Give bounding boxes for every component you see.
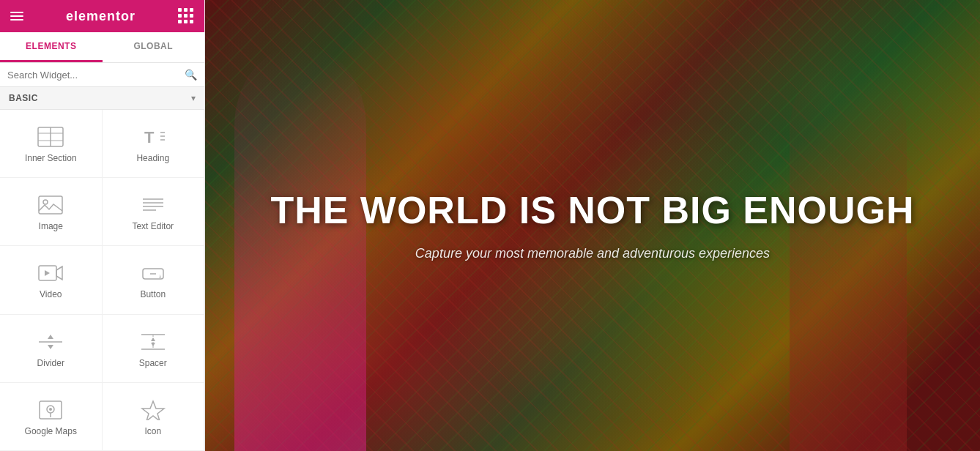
heading-icon: T bbox=[140, 127, 166, 147]
main-heading: THE WORLD IS NOT BIG ENOUGH bbox=[270, 190, 914, 231]
main-canvas: THE WORLD IS NOT BIG ENOUGH Capture your… bbox=[205, 0, 980, 451]
widget-google-maps-label: Google Maps bbox=[25, 426, 77, 436]
svg-text:T: T bbox=[144, 128, 155, 146]
widget-heading[interactable]: T Heading bbox=[103, 110, 205, 178]
video-icon bbox=[37, 263, 64, 283]
widget-spacer[interactable]: Spacer bbox=[103, 315, 205, 383]
button-icon bbox=[140, 263, 166, 283]
widget-image[interactable]: Image bbox=[0, 178, 103, 246]
canvas-background: THE WORLD IS NOT BIG ENOUGH Capture your… bbox=[205, 0, 980, 451]
image-icon bbox=[37, 195, 64, 215]
google-maps-icon bbox=[37, 400, 64, 420]
hamburger-menu-button[interactable] bbox=[10, 12, 23, 20]
widget-text-editor-label: Text Editor bbox=[132, 221, 174, 231]
svg-marker-22 bbox=[48, 345, 53, 349]
svg-marker-26 bbox=[151, 338, 155, 341]
widget-google-maps[interactable]: Google Maps bbox=[0, 383, 103, 451]
tab-global[interactable]: GLOBAL bbox=[103, 32, 205, 62]
icon-widget-icon bbox=[140, 400, 166, 420]
widget-inner-section-label: Inner Section bbox=[25, 153, 77, 163]
widget-image-label: Image bbox=[39, 221, 63, 231]
widget-text-editor[interactable]: Text Editor bbox=[103, 178, 205, 246]
svg-marker-21 bbox=[48, 335, 53, 339]
widget-icon-label: Icon bbox=[144, 426, 161, 436]
inner-section-icon bbox=[37, 127, 64, 147]
widget-video[interactable]: Video bbox=[0, 246, 103, 314]
basic-section-header[interactable]: BASIC ▾ bbox=[0, 87, 204, 110]
apps-grid-button[interactable] bbox=[178, 8, 194, 24]
widget-grid: Inner Section T Heading bbox=[0, 110, 204, 451]
search-input[interactable] bbox=[7, 70, 180, 81]
sidebar: elementor ELEMENTS GLOBAL 🔍 BASIC ▾ bbox=[0, 0, 205, 451]
widget-heading-label: Heading bbox=[136, 153, 169, 163]
svg-point-31 bbox=[49, 408, 52, 411]
widget-divider-label: Divider bbox=[37, 358, 64, 368]
tab-elements[interactable]: ELEMENTS bbox=[0, 32, 103, 62]
main-subheading: Capture your most memorable and adventur… bbox=[270, 246, 914, 261]
widget-icon[interactable]: Icon bbox=[103, 383, 205, 451]
svg-point-9 bbox=[43, 200, 48, 204]
svg-marker-19 bbox=[159, 275, 161, 279]
chevron-down-icon: ▾ bbox=[191, 93, 196, 103]
canvas-content: THE WORLD IS NOT BIG ENOUGH Capture your… bbox=[256, 175, 929, 276]
svg-marker-32 bbox=[142, 401, 164, 420]
text-editor-icon bbox=[140, 195, 166, 215]
section-label: BASIC bbox=[9, 93, 38, 103]
divider-icon bbox=[37, 332, 64, 352]
widget-video-label: Video bbox=[40, 289, 62, 299]
top-bar: elementor bbox=[0, 0, 204, 32]
widget-inner-section[interactable]: Inner Section bbox=[0, 110, 103, 178]
svg-marker-15 bbox=[56, 266, 62, 280]
elementor-logo: elementor bbox=[66, 9, 136, 24]
svg-rect-8 bbox=[39, 196, 62, 214]
widget-button[interactable]: Button bbox=[103, 246, 205, 314]
search-bar: 🔍 bbox=[0, 63, 204, 87]
search-icon: 🔍 bbox=[185, 69, 197, 81]
spacer-icon bbox=[140, 332, 166, 352]
widget-spacer-label: Spacer bbox=[139, 358, 167, 368]
widget-divider[interactable]: Divider bbox=[0, 315, 103, 383]
panel-tabs: ELEMENTS GLOBAL bbox=[0, 32, 204, 63]
widget-button-label: Button bbox=[140, 289, 166, 299]
svg-marker-16 bbox=[45, 270, 50, 276]
svg-marker-27 bbox=[151, 343, 155, 346]
